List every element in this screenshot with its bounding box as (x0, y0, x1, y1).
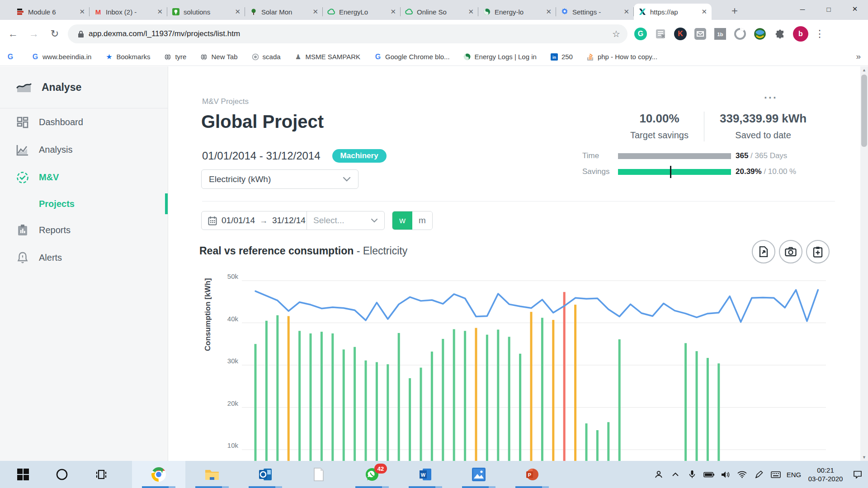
pen-icon[interactable] (750, 461, 767, 488)
back-button[interactable]: ← (5, 26, 21, 42)
consumption-bar[interactable] (717, 363, 720, 461)
idm-globe-icon[interactable] (753, 27, 767, 41)
tab-close-icon[interactable]: ✕ (79, 8, 85, 16)
tab-close-icon[interactable]: ✕ (701, 8, 707, 16)
keeper-icon[interactable]: K (674, 27, 687, 41)
consumption-bar[interactable] (618, 339, 621, 461)
consumption-bar[interactable] (541, 318, 543, 461)
consumption-bar[interactable] (442, 339, 444, 461)
tab-close-icon[interactable]: ✕ (468, 8, 474, 16)
taskbar-powerpoint[interactable]: P (505, 461, 559, 488)
consumption-bar[interactable] (574, 305, 576, 461)
tab-close-icon[interactable]: ✕ (546, 8, 552, 16)
onetab-icon[interactable]: 1b (713, 27, 727, 41)
blocked-doc-icon[interactable] (654, 27, 667, 41)
close-button[interactable]: ✕ (842, 0, 868, 18)
tab-close-icon[interactable]: ✕ (235, 8, 241, 16)
browser-tab-7[interactable]: Energy-lo✕ (478, 4, 556, 20)
bookmark-item-3[interactable]: ★Bookmarks (105, 53, 150, 61)
consumption-bar[interactable] (486, 335, 488, 461)
bookmark-item-9[interactable]: Energy Logs | Log in (463, 53, 537, 61)
bookmarks-overflow-chevron[interactable]: » (856, 52, 861, 61)
snapshot-camera-button[interactable] (779, 240, 802, 263)
consumption-bar[interactable] (508, 337, 510, 461)
bookmark-item-2[interactable]: Gwww.beeindia.in (31, 53, 91, 61)
mail-ext-icon[interactable] (693, 27, 707, 41)
scroll-down-arrow[interactable]: ▼ (860, 454, 868, 461)
bookmark-item-11[interactable]: php - How to copy... (586, 53, 657, 61)
consumption-bar[interactable] (343, 349, 345, 461)
touch-keyboard-icon[interactable] (767, 461, 784, 488)
bookmark-item-1[interactable]: G (6, 53, 18, 61)
consumption-bar[interactable] (607, 422, 609, 461)
taskbar-chrome[interactable] (132, 461, 185, 488)
grammarly-icon[interactable]: G (634, 27, 647, 41)
browser-tab-1[interactable]: Module 6✕ (12, 4, 90, 20)
clock[interactable]: 00:21 03-07-2020 (804, 466, 847, 483)
sidebar-item-projects[interactable]: Projects (0, 191, 168, 216)
taskbar-cortana[interactable] (49, 461, 75, 488)
volume-icon[interactable] (717, 461, 734, 488)
bookmark-item-10[interactable]: in250 (550, 53, 573, 61)
microphone-icon[interactable] (684, 461, 700, 488)
bookmark-star-icon[interactable]: ☆ (612, 28, 620, 39)
bookmark-item-5[interactable]: New Tab (200, 53, 237, 61)
consumption-bar[interactable] (376, 362, 378, 461)
browser-menu-button[interactable]: ⋮ (815, 28, 825, 40)
consumption-bar[interactable] (497, 329, 499, 461)
taskbar-document[interactable] (292, 461, 345, 488)
date-range-picker[interactable]: 01/01/14 → 31/12/14 (202, 211, 307, 230)
page-scrollbar[interactable]: ▲ ▼ (860, 66, 868, 461)
address-bar[interactable]: app.dexma.com/l_11937/mv/projects/list.h… (68, 24, 627, 43)
sidebar-item-analysis[interactable]: Analysis (0, 136, 168, 164)
consumption-bar[interactable] (420, 368, 422, 461)
consumption-bar[interactable] (298, 331, 301, 461)
browser-tab-9[interactable]: https://ap✕ (634, 4, 712, 20)
browser-tab-6[interactable]: Online So✕ (401, 4, 478, 20)
tab-close-icon[interactable]: ✕ (623, 8, 629, 16)
minimize-button[interactable]: ─ (789, 0, 816, 18)
new-tab-button[interactable]: + (728, 5, 741, 18)
tray-expand-chevron-icon[interactable] (667, 461, 684, 488)
consumption-bar[interactable] (475, 328, 477, 461)
copy-to-report-button[interactable] (806, 240, 830, 263)
puzzle-icon[interactable] (773, 27, 787, 41)
sidebar-item-mv[interactable]: M&V (0, 164, 168, 191)
bookmark-item-7[interactable]: ♟MSME SAMPARK (294, 53, 360, 61)
consumption-bar[interactable] (265, 321, 268, 461)
action-center-icon[interactable] (847, 461, 868, 488)
taskbar-photos[interactable] (452, 461, 505, 488)
taskbar-task-view[interactable] (88, 461, 114, 488)
consumption-bar[interactable] (684, 343, 687, 461)
browser-tab-8[interactable]: Settings -✕ (556, 4, 634, 20)
consumption-bar[interactable] (321, 332, 323, 461)
period-select[interactable]: Select... (307, 211, 384, 230)
tab-close-icon[interactable]: ✕ (312, 8, 318, 16)
reference-line[interactable] (255, 290, 818, 322)
export-file-button[interactable] (752, 240, 775, 263)
consumption-bar[interactable] (331, 333, 334, 461)
consumption-bar[interactable] (354, 347, 356, 461)
consumption-bar[interactable] (530, 312, 533, 461)
consumption-bar[interactable] (409, 378, 411, 461)
toggle-week-button[interactable]: w (392, 211, 412, 230)
overflow-menu-button[interactable]: ··· (764, 91, 778, 104)
bookmark-item-8[interactable]: GGoogle Chrome blo... (374, 53, 450, 61)
battery-icon[interactable] (700, 461, 717, 488)
consumption-chart[interactable] (242, 270, 826, 461)
language-indicator[interactable]: ENG (784, 471, 804, 479)
tab-close-icon[interactable]: ✕ (157, 8, 163, 16)
scrollbar-thumb[interactable] (861, 75, 867, 147)
browser-tab-5[interactable]: EnergyLo✕ (323, 4, 401, 20)
consumption-bar[interactable] (563, 292, 566, 461)
consumption-bar[interactable] (464, 331, 466, 461)
sidebar-item-reports[interactable]: Reports (0, 216, 168, 244)
tab-close-icon[interactable]: ✕ (390, 8, 396, 16)
breadcrumb[interactable]: M&V Projects (202, 97, 249, 106)
browser-tab-2[interactable]: MInbox (2) -✕ (90, 4, 167, 20)
reload-button[interactable]: ↻ (47, 26, 62, 42)
consumption-bar[interactable] (431, 352, 433, 461)
consumption-bar[interactable] (585, 423, 588, 461)
consumption-bar[interactable] (398, 333, 400, 461)
wifi-icon[interactable] (734, 461, 750, 488)
